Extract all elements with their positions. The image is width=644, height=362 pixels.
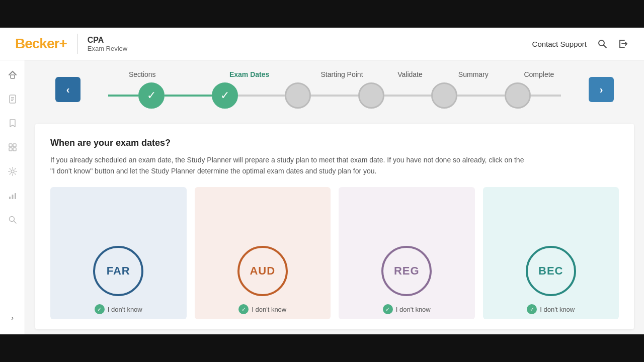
- svg-point-11: [11, 170, 14, 173]
- step-label-summary: Summary: [449, 70, 498, 78]
- exam-circle-bec: BEC: [526, 246, 576, 296]
- step-circle-4[interactable]: [358, 82, 384, 109]
- stepper-container: Sections Exam Dates Starting Point Valid…: [91, 70, 579, 109]
- dont-know-aud[interactable]: ✓ I don't know: [238, 304, 286, 314]
- svg-rect-12: [9, 197, 11, 199]
- step-label-exam-dates: Exam Dates: [215, 70, 283, 78]
- exam-abbr-reg: REG: [394, 264, 420, 278]
- step-line-5: [384, 95, 432, 97]
- exam-abbr-bec: BEC: [538, 264, 563, 278]
- sidebar: ›: [0, 60, 25, 334]
- exam-circle-aud: AUD: [237, 246, 288, 296]
- exam-box-reg: REG ✓ I don't know: [339, 187, 475, 319]
- next-step-button[interactable]: ›: [589, 77, 614, 102]
- dont-know-label-far: I don't know: [108, 306, 142, 313]
- step-line-1: [108, 95, 138, 97]
- svg-rect-13: [12, 195, 13, 199]
- card-title: When are your exam dates?: [50, 138, 619, 148]
- header: Becker+ CPA Exam Review Contact Support: [0, 28, 644, 60]
- sidebar-item-settings[interactable]: [6, 164, 20, 178]
- step-label-validate: Validate: [390, 70, 429, 78]
- exam-circle-reg: REG: [381, 246, 432, 296]
- prev-step-button[interactable]: ‹: [55, 77, 80, 102]
- sidebar-item-bookmark[interactable]: [6, 116, 20, 130]
- step-circle-2[interactable]: ✓: [212, 82, 238, 109]
- exam-subtitle: Exam Review: [88, 45, 127, 52]
- content-area: ‹ Sections Exam Dates Starting Point Val…: [25, 60, 644, 334]
- step-line-7: [531, 95, 561, 97]
- card-section: When are your exam dates? If you already…: [25, 109, 644, 334]
- svg-line-1: [604, 45, 607, 48]
- exam-circle-far: FAR: [93, 246, 143, 296]
- dont-know-icon-aud: ✓: [238, 304, 249, 314]
- search-icon[interactable]: [597, 38, 608, 49]
- logo-text: Becker: [15, 36, 59, 51]
- logo: Becker+: [15, 36, 67, 52]
- main-card: When are your exam dates? If you already…: [35, 124, 634, 329]
- svg-rect-10: [13, 148, 16, 151]
- dont-know-label-aud: I don't know: [252, 306, 286, 313]
- exam-box-bec: BEC ✓ I don't know: [483, 187, 619, 319]
- step-circle-5[interactable]: [431, 82, 457, 109]
- sidebar-item-document[interactable]: [6, 92, 20, 106]
- exam-box-aud: AUD ✓ I don't know: [195, 187, 331, 319]
- exam-title: CPA: [88, 36, 127, 45]
- stepper-pointer: [277, 109, 295, 118]
- svg-line-16: [14, 221, 16, 223]
- dont-know-label-bec: I don't know: [540, 306, 575, 313]
- step-circle-6[interactable]: [505, 82, 531, 109]
- contact-support-link[interactable]: Contact Support: [532, 40, 587, 48]
- dont-know-bec[interactable]: ✓ I don't know: [527, 304, 575, 314]
- svg-rect-9: [9, 148, 12, 151]
- step-circle-1[interactable]: ✓: [138, 82, 165, 109]
- stepper-circles: ✓ ✓: [108, 82, 561, 109]
- step-label-starting-point: Starting Point: [312, 70, 371, 78]
- step-line-3: [238, 95, 285, 97]
- svg-rect-7: [9, 144, 12, 147]
- step-line-6: [457, 95, 505, 97]
- dont-know-label-reg: I don't know: [396, 306, 431, 313]
- exam-info: CPA Exam Review: [88, 36, 127, 52]
- stepper-labels: Sections Exam Dates Starting Point Valid…: [108, 70, 561, 78]
- svg-rect-8: [13, 144, 16, 147]
- step-line-2: [165, 95, 212, 97]
- sidebar-item-chart[interactable]: [6, 189, 20, 203]
- logout-icon[interactable]: [618, 38, 629, 49]
- header-divider: [77, 34, 77, 54]
- sidebar-item-grid[interactable]: [6, 140, 20, 154]
- step-circle-3[interactable]: [285, 82, 311, 109]
- svg-rect-2: [11, 75, 15, 78]
- card-description: If you already scheduled an exam date, t…: [50, 154, 528, 177]
- exam-abbr-far: FAR: [107, 264, 130, 278]
- svg-rect-14: [15, 193, 16, 199]
- step-label-complete: Complete: [517, 70, 561, 78]
- dont-know-icon-far: ✓: [95, 304, 105, 314]
- dont-know-icon-bec: ✓: [527, 304, 537, 314]
- exam-boxes: FAR ✓ I don't know AUD: [50, 187, 619, 319]
- exam-abbr-aud: AUD: [250, 264, 275, 278]
- dont-know-far[interactable]: ✓ I don't know: [95, 304, 142, 314]
- sidebar-item-search[interactable]: [6, 213, 20, 227]
- header-right: Contact Support: [532, 38, 629, 49]
- dont-know-reg[interactable]: ✓ I don't know: [383, 304, 431, 314]
- stepper: ‹ Sections Exam Dates Starting Point Val…: [25, 60, 644, 109]
- dont-know-icon-reg: ✓: [383, 304, 393, 314]
- logo-dot: +: [59, 36, 66, 51]
- step-label-sections: Sections: [108, 70, 176, 78]
- exam-box-far: FAR ✓ I don't know: [50, 187, 187, 319]
- sidebar-item-home[interactable]: [6, 68, 20, 82]
- sidebar-expand-button[interactable]: ›: [6, 309, 19, 327]
- step-line-4: [311, 95, 358, 97]
